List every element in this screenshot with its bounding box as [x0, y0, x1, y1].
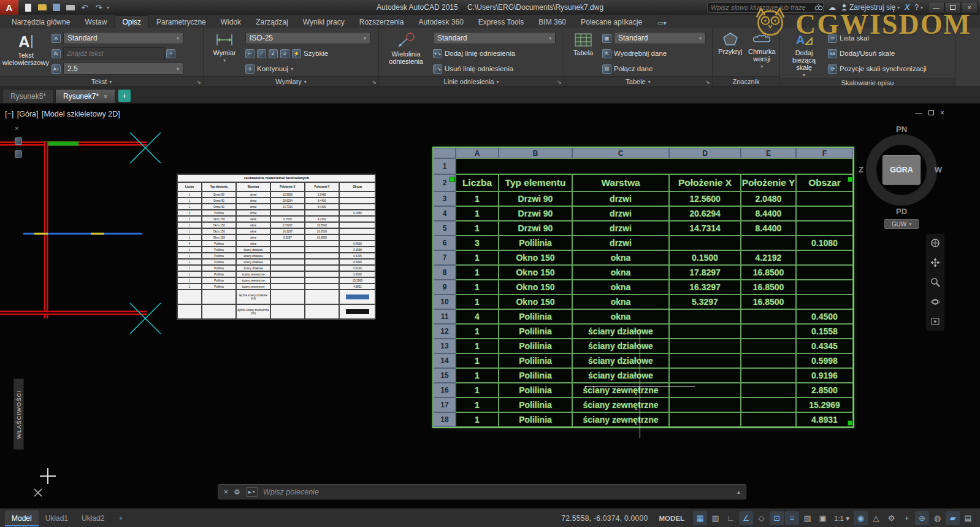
table-cell[interactable]: 20.6294 — [669, 206, 741, 221]
commandline-close-icon[interactable]: × — [224, 488, 228, 496]
ribbon-tab-wstaw[interactable]: Wstaw — [78, 16, 113, 28]
table-cell[interactable]: 0.4500 — [796, 309, 853, 324]
dimbreak-icon[interactable]: ≠ — [280, 49, 289, 58]
row-number[interactable]: 3 — [434, 191, 456, 206]
table-cell[interactable]: 1 — [456, 412, 499, 427]
dialog-launcher-icon[interactable]: ⇘ — [196, 79, 201, 85]
floorplan-drawing[interactable] — [0, 104, 196, 361]
table-cell[interactable]: 14.7314 — [669, 221, 741, 236]
navigation-wheel-icon[interactable] — [928, 236, 943, 250]
column-letter-c[interactable]: C — [572, 148, 669, 158]
quick-dim-label[interactable]: Szybkie — [304, 50, 328, 57]
panel-footer-tabele[interactable]: Tabele▾ ⇘ — [564, 76, 712, 87]
infocenter-search-input[interactable] — [708, 4, 814, 11]
text-style-dropdown[interactable]: Standard▾ — [63, 32, 183, 44]
table-cell[interactable]: 16.8500 — [741, 280, 796, 294]
annotation-monitor-icon[interactable]: ⊕ — [915, 511, 929, 525]
ribbon-tab-express-tools[interactable]: Express Tools — [472, 16, 530, 28]
row-number[interactable]: 14 — [434, 353, 456, 368]
table-cell[interactable]: 3 — [456, 236, 499, 250]
column-letter-f[interactable]: F — [796, 148, 853, 158]
table-cell[interactable]: 1 — [456, 383, 499, 398]
table-cell[interactable]: 1 — [456, 221, 499, 236]
table-cell[interactable]: okna — [572, 294, 669, 309]
table-cell[interactable]: 1 — [456, 294, 499, 309]
table-cell[interactable]: ściany działowe — [572, 353, 669, 368]
pan-icon[interactable] — [928, 255, 943, 270]
row-number[interactable]: 15 — [434, 368, 456, 383]
ribbon-tab-autodesk-360[interactable]: Autodesk 360 — [412, 16, 470, 28]
ortho-icon[interactable]: ∟ — [724, 511, 738, 525]
row-number[interactable]: 6 — [434, 236, 456, 250]
table-cell[interactable]: Drzwi 90 — [499, 206, 572, 221]
table-cell[interactable] — [669, 236, 741, 250]
wipeout-button[interactable]: Przykryj — [716, 31, 745, 76]
commandline-customize-icon[interactable]: ⚙ — [234, 488, 240, 496]
palette-properties-icon[interactable] — [15, 150, 22, 158]
minimize-button[interactable]: — — [928, 2, 944, 13]
viewport-menu-control[interactable]: [−] — [5, 110, 13, 118]
table-cell[interactable]: 2.0480 — [741, 191, 796, 206]
help-icon[interactable]: ?▾ — [914, 3, 923, 12]
mleader-button[interactable]: Wielolinia odniesienia — [383, 31, 429, 76]
table-cell[interactable]: 1 — [456, 280, 499, 294]
table-cell[interactable]: Polilinia — [499, 309, 572, 324]
transparency-icon[interactable]: ▨ — [800, 511, 814, 525]
command-prompt[interactable]: Wpisz polecenie — [263, 488, 319, 496]
table-cell[interactable] — [669, 398, 741, 412]
customization-icon[interactable]: ▤ — [961, 511, 975, 525]
table-cell[interactable]: 8.4400 — [741, 221, 796, 236]
view-control[interactable]: [Góra] — [17, 110, 39, 118]
text-height-combo[interactable]: 2.5▾ — [63, 63, 183, 75]
ribbon-tab-bim-360[interactable]: BIM 360 — [532, 16, 573, 28]
table-cell[interactable]: 4.2192 — [741, 250, 796, 265]
ucs-dropdown[interactable]: GUW▾ — [884, 219, 919, 229]
table-cell[interactable]: Okno 150 — [499, 294, 572, 309]
extract-data-label[interactable]: Wyodrębnij dane — [614, 50, 667, 57]
model-space-button[interactable]: MODEL — [659, 515, 685, 522]
table-cell[interactable]: 1 — [456, 250, 499, 265]
table-cell[interactable] — [796, 221, 853, 236]
file-tab-rysunek5-[interactable]: Rysunek5* — [2, 89, 54, 103]
table-cell[interactable]: 17.8297 — [669, 265, 741, 280]
table-cell[interactable]: 0.1500 — [669, 250, 741, 265]
viewport-minimize-icon[interactable]: — — [915, 109, 922, 117]
grip-handle[interactable] — [848, 420, 853, 426]
isodraft-icon[interactable]: ◇ — [754, 511, 768, 525]
dialog-launcher-icon[interactable]: ⇘ — [372, 79, 377, 85]
table-cell[interactable] — [669, 412, 741, 427]
table-cell[interactable]: 1 — [456, 265, 499, 280]
data-link-icon[interactable]: ⛓ — [602, 64, 611, 74]
table-cell[interactable]: okna — [572, 309, 669, 324]
viewcube-west-label[interactable]: Z — [859, 165, 863, 174]
table-corner[interactable] — [434, 148, 456, 158]
table-header-cell[interactable]: Liczba — [456, 174, 499, 191]
panel-footer-tekst[interactable]: Tekst▾ ⇘ — [0, 76, 203, 87]
table-cell[interactable]: Polilinia — [499, 398, 572, 412]
viewcube-top-face[interactable]: GÓRA — [882, 155, 921, 185]
row-number[interactable]: 10 — [434, 294, 456, 309]
table-cell[interactable]: 1 — [456, 206, 499, 221]
table-cell[interactable]: Polilinia — [499, 353, 572, 368]
table-cell[interactable]: drzwi — [572, 221, 669, 236]
ribbon-tab-parametryczne[interactable]: Parametryczne — [150, 16, 213, 28]
layout-tab-układ2[interactable]: Układ2 — [75, 510, 111, 526]
exchange-apps-icon[interactable]: X — [905, 3, 909, 12]
snap-icon[interactable]: ▥ — [708, 511, 722, 525]
scale-list-label[interactable]: Lista skal — [840, 34, 869, 42]
table-cell[interactable]: 4 — [456, 309, 499, 324]
workspace-gear-icon[interactable]: ⚙ — [884, 511, 898, 525]
dimaligned-icon[interactable]: ⟋ — [257, 49, 266, 58]
row-number[interactable]: 11 — [434, 309, 456, 324]
find-text-field[interactable]: ⌕ — [63, 47, 175, 60]
dialog-launcher-icon[interactable]: ⇘ — [705, 79, 710, 85]
table-cell[interactable]: 2.8500 — [796, 383, 853, 398]
row-number[interactable]: 8 — [434, 265, 456, 280]
table-cell[interactable] — [741, 353, 796, 368]
ribbon-collapse-icon[interactable]: ▭▾ — [654, 18, 670, 28]
table-cell[interactable]: Okno 150 — [499, 280, 572, 294]
row-number[interactable]: 12 — [434, 324, 456, 339]
panel-footer-znacznik[interactable]: Znacznik — [713, 76, 779, 87]
table-cell[interactable]: Polilinia — [499, 383, 572, 398]
table-cell[interactable]: okna — [572, 250, 669, 265]
